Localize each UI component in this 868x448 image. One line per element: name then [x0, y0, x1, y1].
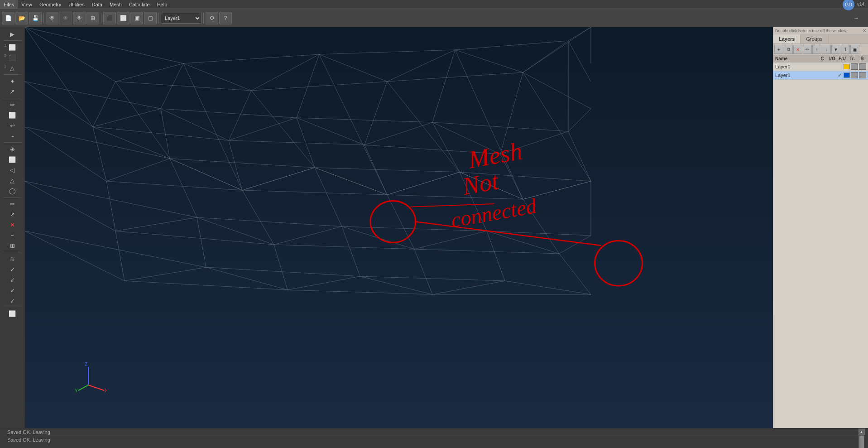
scroll-thumb[interactable] [859, 436, 864, 448]
main-toolbar: 📄 📂 💾 👁 👁 👁 ⊞ ⬛ ⬜ ▣ ▢ Layer1 ⚙ ? → [0, 9, 868, 27]
layer-count-button[interactable]: 1 [841, 45, 850, 54]
menu-calculate[interactable]: Calculate [125, 0, 153, 9]
rect-tool[interactable]: ⬜ [2, 110, 22, 120]
grid-tool[interactable]: ⊞ [2, 241, 22, 250]
layer0-name: Layer0 [775, 64, 835, 69]
viewport[interactable]: Mesh Not connected Z [25, 27, 773, 428]
layer0-icon1 [851, 63, 858, 70]
show-button[interactable]: 👁 [46, 12, 58, 24]
col-fu: F/U [838, 56, 846, 61]
sep1 [43, 13, 44, 24]
lt-sep6 [3, 252, 21, 252]
curve-tool[interactable]: ~ [2, 131, 22, 141]
col-c: C [818, 56, 826, 61]
drag3-tool[interactable]: ↙ [2, 285, 22, 295]
layer-delete-button[interactable]: ✕ [793, 45, 802, 54]
status-scrollbar[interactable]: ▲ ▼ [858, 429, 864, 448]
menu-files[interactable]: Files [0, 0, 18, 9]
toggle-button[interactable]: 👁 [73, 12, 86, 24]
svg-line-133 [88, 385, 104, 390]
status-line-2: Saved OK. Leaving [4, 436, 858, 443]
expand-button[interactable]: ⊞ [86, 12, 99, 24]
drag2-tool[interactable]: ↙ [2, 275, 22, 284]
mesh-canvas [25, 27, 773, 428]
svg-line-135 [78, 385, 88, 390]
layer-solid-button[interactable]: ▣ [130, 12, 143, 24]
layer-dropdown[interactable]: Layer1 [161, 13, 201, 24]
hide-button[interactable]: 👁 [59, 12, 72, 24]
scale-tool[interactable]: ↗ [2, 209, 22, 219]
snap-tool[interactable]: ✦ [2, 76, 22, 86]
layer0-icon2 [859, 63, 866, 70]
status-bar: Saved OK. Leaving Saved OK. Leaving ▲ ▼ [0, 428, 868, 448]
open-button[interactable]: 📂 [15, 12, 28, 24]
tab-groups[interactable]: Groups [801, 34, 828, 43]
layer-down-button[interactable]: ↓ [822, 45, 831, 54]
solid-button[interactable]: ⬛ [103, 12, 116, 24]
help-button[interactable]: ? [219, 12, 232, 24]
menu-help[interactable]: Help [153, 0, 171, 9]
panel-tearoff[interactable]: Double click here to tear off the window… [773, 27, 868, 34]
sep3 [158, 13, 159, 24]
user-avatar: GD [843, 0, 854, 10]
left-toolbar: ▶ 1⬜ 2⬛ 3△ ✦ ↗ ✏ ⬜ ↩ ~ ⊕ ⬜ ◁ △ ◯ ✏ ↗ ✕ ~… [0, 27, 25, 428]
main-layout: ▶ 1⬜ 2⬛ 3△ ✦ ↗ ✏ ⬜ ↩ ~ ⊕ ⬜ ◁ △ ◯ ✏ ↗ ✕ ~… [0, 27, 868, 428]
status-lines: Saved OK. Leaving Saved OK. Leaving [4, 429, 858, 448]
layer-row-1[interactable]: Layer1 ✓ [773, 71, 868, 80]
tab-layers[interactable]: Layers [773, 34, 801, 43]
point-tool[interactable]: ⊕ [2, 144, 22, 154]
undo-tool[interactable]: ↩ [2, 120, 22, 130]
menu-data[interactable]: Data [88, 0, 106, 9]
layer-row-0[interactable]: Layer0 [773, 63, 868, 71]
solid-select[interactable]: 2⬛ [2, 53, 22, 63]
layer-up-button[interactable]: ↑ [812, 45, 821, 54]
tri-tool[interactable]: △ [2, 175, 22, 185]
circle-tool[interactable]: ◯ [2, 186, 22, 196]
arrow-right-icon: → [850, 12, 863, 24]
delete-tool[interactable]: ✕ [2, 220, 22, 230]
camera-tool[interactable]: ⬜ [2, 308, 22, 318]
status-line-1: Saved OK. Leaving [4, 429, 858, 436]
scroll-up-arrow[interactable]: ▲ [858, 429, 865, 435]
layer1-color [844, 72, 850, 78]
move-tool[interactable]: ↗ [2, 87, 22, 96]
layer-wire-button[interactable]: ▢ [144, 12, 157, 24]
box-select[interactable]: 1⬜ [2, 42, 22, 52]
menu-bar: Files View Geometry Utilities Data Mesh … [0, 0, 868, 9]
drag4-tool[interactable]: ↙ [2, 295, 22, 305]
select-tool[interactable]: ▶ [2, 29, 22, 39]
lt-sep4 [3, 142, 21, 143]
menu-view[interactable]: View [18, 0, 36, 9]
draw-tool[interactable]: ✏ [2, 100, 22, 110]
wave-tool[interactable]: ~ [2, 230, 22, 240]
lt-sep5 [3, 197, 21, 198]
tri-select[interactable]: 3△ [2, 63, 22, 73]
sep4 [203, 13, 204, 24]
layer-copy-button[interactable]: ⧉ [784, 45, 793, 54]
tearoff-close[interactable]: ✕ [863, 28, 866, 33]
layer-list: Layer0 Layer1 ✓ [773, 63, 868, 428]
new-button[interactable]: 📄 [2, 12, 14, 24]
settings-button[interactable]: ⚙ [206, 12, 218, 24]
measure-tool[interactable]: ≋ [2, 254, 22, 264]
col-io: I/O [828, 56, 836, 61]
layer-header: Name C I/O F/U Tr. B [773, 55, 868, 63]
drag1-tool[interactable]: ↙ [2, 264, 22, 274]
arrow-tool[interactable]: ◁ [2, 165, 22, 175]
col-tr: Tr. [848, 56, 856, 61]
layer-rename-button[interactable]: ✏ [803, 45, 812, 54]
layer-close-button[interactable]: ◼ [850, 45, 859, 54]
edit-tool[interactable]: ✏ [2, 199, 22, 209]
layer-filter-button[interactable]: ▼ [831, 45, 840, 54]
layer1-check: ✓ [836, 72, 843, 78]
wire-button[interactable]: ⬜ [117, 12, 129, 24]
menu-geometry[interactable]: Geometry [36, 0, 65, 9]
svg-text:X: X [105, 388, 106, 393]
bottom-area: Saved OK. Leaving Saved OK. Leaving ▲ ▼ … [0, 428, 868, 448]
menu-utilities[interactable]: Utilities [65, 0, 88, 9]
axis-indicator: Z X Y [52, 383, 79, 410]
menu-mesh[interactable]: Mesh [106, 0, 125, 9]
layer-new-button[interactable]: + [774, 45, 783, 54]
box-tool[interactable]: ⬜ [2, 154, 22, 164]
save-button[interactable]: 💾 [29, 12, 42, 24]
